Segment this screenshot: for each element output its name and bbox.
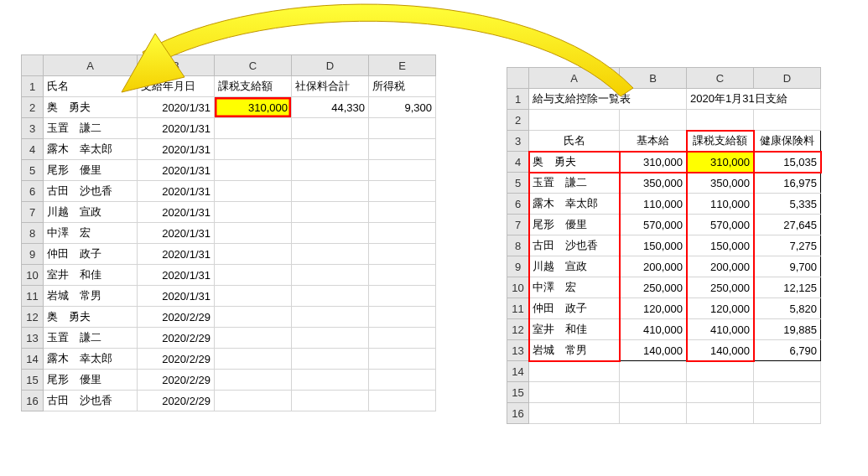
cell[interactable] (215, 223, 292, 244)
cell[interactable]: 250,000 (620, 277, 687, 298)
cell[interactable]: 2020/2/29 (138, 307, 215, 328)
cell[interactable]: 2020/2/29 (138, 391, 215, 411)
cell[interactable] (754, 110, 821, 131)
cell[interactable]: 支給年月日 (138, 76, 215, 97)
row-header-2[interactable]: 2 (22, 97, 44, 118)
cell[interactable]: 12,125 (754, 277, 821, 298)
row-header[interactable]: 11 (507, 298, 529, 319)
row-header[interactable]: 6 (22, 181, 44, 202)
cell[interactable]: 9,300 (369, 97, 436, 118)
cell[interactable] (292, 244, 369, 265)
cell-C2-highlight[interactable]: 310,000 (215, 97, 292, 118)
cell[interactable]: 19,885 (754, 319, 821, 340)
row-header[interactable]: 11 (22, 286, 44, 307)
col-header-D[interactable]: D (292, 55, 369, 76)
cell[interactable] (754, 382, 821, 403)
cell[interactable] (292, 391, 369, 411)
cell[interactable] (292, 139, 369, 160)
cell[interactable]: 140,000 (687, 340, 754, 361)
title-cell[interactable]: 給与支給控除一覧表 (529, 89, 687, 110)
row-header[interactable]: 12 (507, 319, 529, 340)
cell[interactable] (215, 307, 292, 328)
cell[interactable] (292, 307, 369, 328)
cell[interactable]: 玉置 謙二 (529, 173, 620, 194)
cell[interactable]: 中澤 宏 (44, 223, 138, 244)
cell[interactable] (215, 370, 292, 391)
cell[interactable]: 120,000 (620, 298, 687, 319)
row-header[interactable]: 8 (22, 223, 44, 244)
cell[interactable]: 110,000 (620, 194, 687, 215)
col-header-B[interactable]: B (138, 55, 215, 76)
cell[interactable] (292, 202, 369, 223)
cell[interactable] (292, 349, 369, 370)
cell[interactable]: 2020/1/31 (138, 244, 215, 265)
cell[interactable]: 古田 沙也香 (529, 235, 620, 256)
select-all-corner[interactable] (22, 55, 44, 76)
cell[interactable] (292, 328, 369, 349)
cell[interactable]: 2020/1/31 (138, 160, 215, 181)
row-header[interactable]: 12 (22, 307, 44, 328)
cell[interactable]: 玉置 謙二 (44, 118, 138, 139)
cell[interactable]: 古田 沙也香 (44, 181, 138, 202)
row-header[interactable]: 3 (507, 131, 529, 152)
col-header-B[interactable]: B (620, 68, 687, 89)
cell[interactable]: 15,035 (754, 152, 821, 173)
cell[interactable] (292, 181, 369, 202)
cell[interactable]: 2020/1/31 (138, 118, 215, 139)
cell[interactable]: 所得税 (369, 76, 436, 97)
cell-C4-highlight[interactable]: 310,000 (687, 152, 754, 173)
cell[interactable]: 露木 幸太郎 (44, 349, 138, 370)
cell[interactable]: 570,000 (687, 215, 754, 235)
cell[interactable] (215, 118, 292, 139)
cell[interactable]: 岩城 常男 (529, 340, 620, 361)
cell[interactable]: 仲田 政子 (529, 298, 620, 319)
row-header[interactable]: 2 (507, 110, 529, 131)
cell[interactable] (620, 110, 687, 131)
cell[interactable]: 2020/1/31 (138, 181, 215, 202)
cell[interactable] (620, 382, 687, 403)
cell[interactable]: 310,000 (620, 152, 687, 173)
cell[interactable] (292, 370, 369, 391)
row-header[interactable]: 7 (507, 215, 529, 235)
cell[interactable] (687, 403, 754, 424)
cell[interactable] (369, 181, 436, 202)
col-header-C[interactable]: C (215, 55, 292, 76)
cell[interactable]: 室井 和佳 (529, 319, 620, 340)
row-header[interactable]: 13 (22, 328, 44, 349)
row-header[interactable]: 3 (22, 118, 44, 139)
row-header[interactable]: 13 (507, 340, 529, 361)
cell[interactable] (754, 361, 821, 382)
cell[interactable]: 120,000 (687, 298, 754, 319)
col-header-A[interactable]: A (529, 68, 620, 89)
cell[interactable] (687, 110, 754, 131)
cell[interactable]: 奥 勇夫 (44, 307, 138, 328)
cell[interactable]: 奥 勇夫 (529, 152, 620, 173)
cell[interactable] (215, 286, 292, 307)
header-base[interactable]: 基本給 (620, 131, 687, 152)
cell[interactable]: 2020/1/31 (138, 223, 215, 244)
cell[interactable] (292, 160, 369, 181)
col-header-D[interactable]: D (754, 68, 821, 89)
cell[interactable] (369, 286, 436, 307)
cell[interactable]: 川越 宣政 (44, 202, 138, 223)
row-header[interactable]: 14 (22, 349, 44, 370)
row-header[interactable]: 15 (507, 382, 529, 403)
row-header[interactable]: 4 (507, 152, 529, 173)
cell[interactable]: 尾形 優里 (44, 160, 138, 181)
cell[interactable] (369, 202, 436, 223)
cell[interactable]: 5,820 (754, 298, 821, 319)
cell[interactable]: 200,000 (620, 256, 687, 277)
col-header-C[interactable]: C (687, 68, 754, 89)
row-header[interactable]: 15 (22, 370, 44, 391)
cell[interactable]: 2020/1/31 (138, 286, 215, 307)
select-all-corner[interactable] (507, 68, 529, 89)
cell[interactable] (215, 202, 292, 223)
cell[interactable]: 6,790 (754, 340, 821, 361)
header-name[interactable]: 氏名 (529, 131, 620, 152)
cell[interactable] (215, 265, 292, 286)
cell[interactable]: 7,275 (754, 235, 821, 256)
row-header[interactable]: 10 (507, 277, 529, 298)
col-header-A[interactable]: A (44, 55, 138, 76)
row-header[interactable]: 10 (22, 265, 44, 286)
row-header[interactable]: 4 (22, 139, 44, 160)
